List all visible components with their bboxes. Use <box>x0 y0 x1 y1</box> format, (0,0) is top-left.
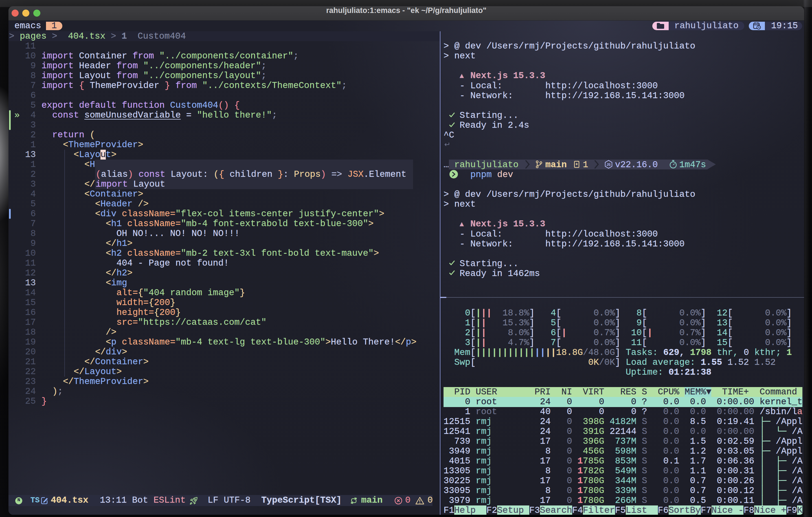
svg-text:JS: JS <box>607 163 611 166</box>
